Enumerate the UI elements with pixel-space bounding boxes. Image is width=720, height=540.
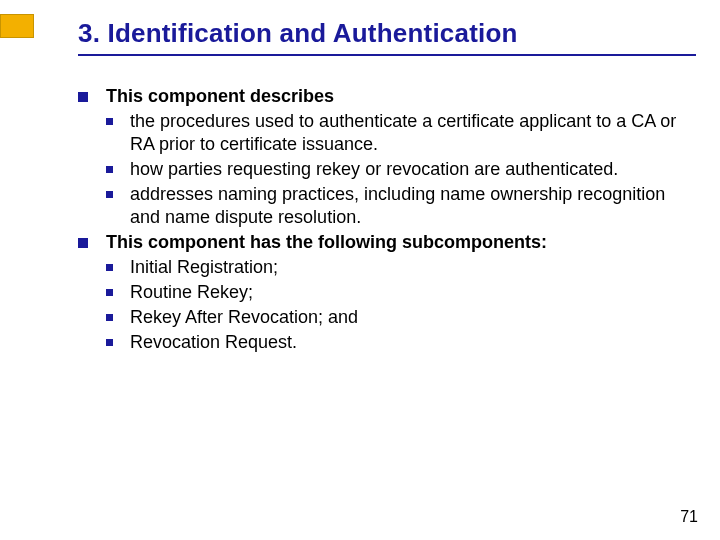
list-level-2: the procedures used to authenticate a ce… bbox=[106, 110, 680, 229]
list-text: how parties requesting rekey or revocati… bbox=[130, 159, 618, 179]
title-underline bbox=[78, 54, 696, 56]
page-title: 3. Identification and Authentication bbox=[78, 18, 696, 49]
page-number: 71 bbox=[680, 508, 698, 526]
title-block: 3. Identification and Authentication bbox=[78, 18, 696, 56]
list-item: This component describes the procedures … bbox=[78, 85, 680, 229]
list-text: Initial Registration; bbox=[130, 257, 278, 277]
list-item: Revocation Request. bbox=[106, 331, 680, 354]
list-heading: This component describes bbox=[106, 86, 334, 106]
list-item: Routine Rekey; bbox=[106, 281, 680, 304]
list-heading: This component has the following subcomp… bbox=[106, 232, 547, 252]
list-text: Rekey After Revocation; and bbox=[130, 307, 358, 327]
list-text: Revocation Request. bbox=[130, 332, 297, 352]
list-item: Rekey After Revocation; and bbox=[106, 306, 680, 329]
list-item: how parties requesting rekey or revocati… bbox=[106, 158, 680, 181]
list-text: the procedures used to authenticate a ce… bbox=[130, 111, 676, 154]
list-level-1: This component describes the procedures … bbox=[78, 85, 680, 354]
list-text: Routine Rekey; bbox=[130, 282, 253, 302]
content-body: This component describes the procedures … bbox=[78, 85, 680, 356]
list-text: addresses naming practices, including na… bbox=[130, 184, 665, 227]
list-item: the procedures used to authenticate a ce… bbox=[106, 110, 680, 156]
list-item: Initial Registration; bbox=[106, 256, 680, 279]
list-item: addresses naming practices, including na… bbox=[106, 183, 680, 229]
list-level-2: Initial Registration; Routine Rekey; Rek… bbox=[106, 256, 680, 354]
list-item: This component has the following subcomp… bbox=[78, 231, 680, 354]
corner-accent bbox=[0, 14, 34, 38]
